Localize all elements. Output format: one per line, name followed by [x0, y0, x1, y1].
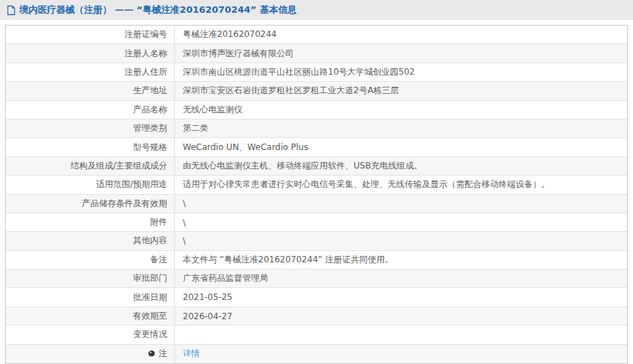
- table-row: 注详情: [6, 345, 627, 363]
- row-label: 批准日期: [6, 288, 175, 306]
- row-label-text: 适用范围/预期用途: [96, 178, 167, 191]
- row-value-text: 2021-05-25: [183, 292, 233, 302]
- row-label: 产品名称: [6, 101, 175, 119]
- table-row: 产品名称无线心电监测仪: [6, 101, 627, 119]
- page: 境内医疗器械（注册） —— “粤械注准20162070244” 基本信息 注册证…: [0, 0, 633, 364]
- row-label: 变更情况: [6, 326, 175, 343]
- row-label: 备注: [6, 251, 175, 269]
- table-row: 其他内容\: [6, 232, 627, 250]
- row-value: WeCardio UN、WeCardio Plus: [175, 138, 627, 156]
- document-icon: [6, 5, 16, 16]
- row-label: 注册人住所: [6, 63, 175, 81]
- table-row: 变更情况: [6, 326, 627, 344]
- row-value-text: 深圳市南山区桃源街道平山社区丽山路10号大学城创业园502: [183, 66, 415, 78]
- registration-info-table: 注册证编号粤械注准20162070244注册人名称深圳市博声医疗器械有限公司注册…: [5, 25, 628, 364]
- row-value-text: \: [183, 236, 186, 246]
- row-value-text: 深圳市博声医疗器械有限公司: [183, 48, 294, 60]
- table-row: 批准日期2021-05-25: [6, 288, 627, 306]
- row-label-text: 注: [159, 348, 167, 360]
- row-label: 注册人名称: [6, 44, 175, 62]
- row-value: 由无线心电监测仪主机、移动终端应用软件、USB充电线组成。: [175, 157, 627, 175]
- table-row: 注册人名称深圳市博声医疗器械有限公司: [6, 44, 627, 63]
- row-label-text: 结构及组成/主要组成成分: [70, 160, 167, 172]
- row-value-text: 深圳市宝安区石岩街道罗租社区罗租工业大道2号A栋三层: [183, 85, 399, 97]
- row-value-text: \: [183, 218, 186, 228]
- table-row: 审批部门广东省药品监督管理局: [6, 269, 627, 288]
- table-row: 注册人住所深圳市南山区桃源街道平山社区丽山路10号大学城创业园502: [6, 63, 627, 82]
- detail-link[interactable]: 详情: [183, 348, 200, 360]
- row-label-text: 备注: [150, 254, 167, 266]
- row-label-text: 生产地址: [133, 85, 167, 97]
- row-value-text: \: [183, 198, 186, 208]
- row-label-text: 产品储存条件及有效期: [82, 198, 167, 210]
- row-label-text: 变更情况: [133, 328, 167, 341]
- table-row: 有效期至2026-04-27: [6, 307, 627, 326]
- row-value: 深圳市南山区桃源街道平山社区丽山路10号大学城创业园502: [175, 63, 627, 81]
- row-value: 广东省药品监督管理局: [175, 269, 627, 287]
- row-value: \: [175, 195, 627, 213]
- row-label-text: 审批部门: [133, 272, 167, 284]
- row-label-text: 管理类别: [133, 122, 167, 134]
- table-row: 型号规格WeCardio UN、WeCardio Plus: [6, 138, 627, 156]
- row-label-text: 注册证编号: [124, 28, 167, 41]
- row-label: 管理类别: [6, 119, 175, 137]
- table-row: 适用范围/预期用途适用于对心律失常患者进行实时心电信号采集、处理、无线传输及显示…: [6, 176, 627, 194]
- table-row: 结构及组成/主要组成成分由无线心电监测仪主机、移动终端应用软件、USB充电线组成…: [6, 157, 627, 176]
- row-value-text: 2026-04-27: [183, 311, 233, 321]
- row-label-text: 产品名称: [133, 104, 167, 116]
- table-row: 注册证编号粤械注准20162070244: [6, 26, 627, 44]
- row-value: \: [175, 213, 627, 231]
- row-label: 型号规格: [6, 138, 175, 156]
- table-row: 产品储存条件及有效期\: [6, 195, 627, 213]
- row-label-text: 有效期至: [133, 310, 167, 322]
- row-value-text: WeCardio UN、WeCardio Plus: [183, 141, 308, 154]
- table-row: 生产地址深圳市宝安区石岩街道罗租社区罗租工业大道2号A栋三层: [6, 82, 627, 100]
- row-value-text: 由无线心电监测仪主机、移动终端应用软件、USB充电线组成。: [183, 160, 422, 172]
- row-value: 粤械注准20162070244: [175, 26, 627, 43]
- row-value: 无线心电监测仪: [175, 101, 627, 119]
- row-label: 有效期至: [6, 307, 175, 325]
- table-row: 备注本文件与 “粤械注准20162070244” 注册证共同使用。: [6, 251, 627, 269]
- row-label-text: 注册人名称: [124, 48, 167, 60]
- row-label: 适用范围/预期用途: [6, 176, 175, 193]
- row-label: 生产地址: [6, 82, 175, 100]
- row-value: [175, 326, 627, 343]
- row-label: 附件: [6, 213, 175, 231]
- row-value-text: 粤械注准20162070244: [183, 28, 277, 41]
- row-label-text: 型号规格: [133, 141, 167, 154]
- row-label: 结构及组成/主要组成成分: [6, 157, 175, 175]
- page-title: 境内医疗器械（注册） —— “粤械注准20162070244” 基本信息: [19, 4, 297, 16]
- row-value: 2021-05-25: [175, 288, 627, 306]
- row-label: 注: [6, 345, 175, 363]
- row-label-text: 其他内容: [133, 235, 167, 247]
- row-label: 其他内容: [6, 232, 175, 250]
- row-value: 深圳市宝安区石岩街道罗租社区罗租工业大道2号A栋三层: [175, 82, 627, 100]
- table-row: 管理类别第二类: [6, 119, 627, 138]
- row-value-text: 本文件与 “粤械注准20162070244” 注册证共同使用。: [183, 254, 393, 266]
- row-value: 2026-04-27: [175, 307, 627, 325]
- row-value: 详情: [175, 345, 627, 363]
- table-row: 附件\: [6, 213, 627, 232]
- row-value: 适用于对心律失常患者进行实时心电信号采集、处理、无线传输及显示（需配合移动终端设…: [175, 176, 627, 193]
- row-value: 本文件与 “粤械注准20162070244” 注册证共同使用。: [175, 251, 627, 269]
- row-label: 产品储存条件及有效期: [6, 195, 175, 213]
- row-value: \: [175, 232, 627, 250]
- row-value-text: 广东省药品监督管理局: [183, 272, 268, 284]
- row-value-text: 第二类: [183, 122, 208, 134]
- row-label: 注册证编号: [6, 26, 175, 43]
- row-label-text: 批准日期: [133, 291, 167, 304]
- header-bar: 境内医疗器械（注册） —— “粤械注准20162070244” 基本信息: [0, 0, 633, 20]
- row-label-text: 注册人住所: [124, 66, 167, 78]
- row-value-text: 适用于对心律失常患者进行实时心电信号采集、处理、无线传输及显示（需配合移动终端设…: [183, 178, 550, 191]
- row-value: 第二类: [175, 119, 627, 137]
- row-label: 审批部门: [6, 269, 175, 287]
- row-label-text: 附件: [150, 216, 167, 228]
- row-value: 深圳市博声医疗器械有限公司: [175, 44, 627, 62]
- note-balloon-icon: [148, 350, 156, 358]
- row-value-text: 无线心电监测仪: [183, 104, 243, 116]
